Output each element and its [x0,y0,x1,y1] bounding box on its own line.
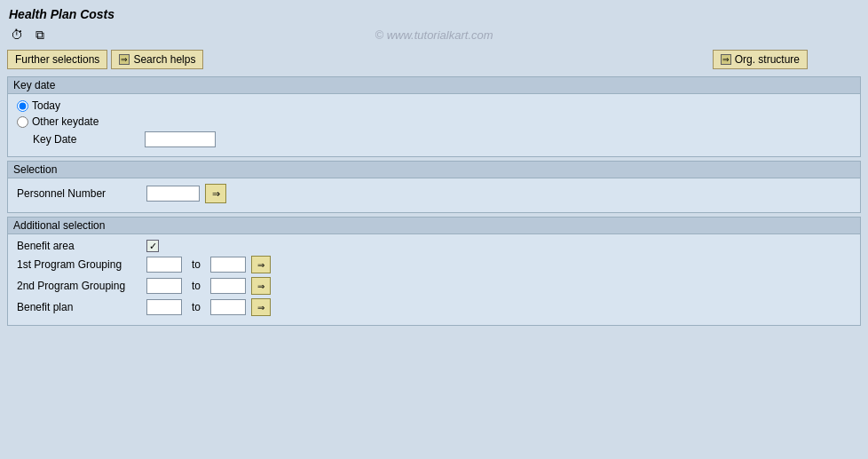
benefit-plan-label: Benefit plan [17,301,141,313]
personnel-number-label: Personnel Number [17,187,141,200]
other-keydate-row: Other keydate [17,115,851,128]
personnel-number-row: Personnel Number ⇒ [17,184,851,203]
benefit-plan-from-input[interactable] [146,299,182,315]
key-date-label: Key Date [33,133,139,146]
org-structure-label: Org. structure [735,53,800,66]
first-program-grouping-from-input[interactable] [146,257,182,273]
key-date-section: Key date Today Other keydate Key Date [7,76,861,157]
second-program-grouping-label: 2nd Program Grouping [17,280,141,292]
today-radio[interactable] [17,100,28,112]
personnel-number-input[interactable] [146,186,200,202]
page-title: Health Plan Costs [9,7,114,21]
benefit-plan-row: Benefit plan to ⇒ [17,298,851,316]
key-date-header: Key date [8,77,860,94]
additional-selection-section: Additional selection Benefit area ✓ 1st … [7,217,861,326]
benefit-plan-to-label: to [187,301,205,313]
second-program-grouping-select-button[interactable]: ⇒ [251,277,271,295]
selection-section: Selection Personnel Number ⇒ [7,161,861,213]
benefit-plan-select-button[interactable]: ⇒ [251,298,271,316]
first-program-grouping-to-input[interactable] [210,257,246,273]
second-program-grouping-select-icon: ⇒ [257,281,264,291]
second-program-grouping-from-input[interactable] [146,278,182,294]
key-date-body: Today Other keydate Key Date [8,94,860,156]
further-selections-button[interactable]: Further selections [7,50,107,69]
org-structure-arrow-icon: ⇒ [721,54,731,65]
title-bar: Health Plan Costs [4,4,864,23]
selection-header: Selection [8,162,860,178]
search-helps-button[interactable]: ⇒ Search helps [111,50,203,69]
org-structure-button[interactable]: ⇒ Org. structure [713,50,808,69]
first-program-grouping-select-button[interactable]: ⇒ [251,256,271,273]
copy-icon[interactable]: ⧉ [30,25,50,44]
benefit-plan-to-input[interactable] [210,299,246,315]
additional-selection-body: Benefit area ✓ 1st Program Grouping to ⇒… [8,234,860,325]
today-label: Today [32,99,60,112]
selection-body: Personnel Number ⇒ [8,178,860,212]
search-helps-arrow-icon: ⇒ [119,54,130,65]
main-window: Health Plan Costs ⏱ ⧉ © www.tutorialkart… [0,0,868,459]
personnel-number-select-button[interactable]: ⇒ [205,184,226,203]
second-program-grouping-row: 2nd Program Grouping to ⇒ [17,277,851,295]
benefit-area-checkbox[interactable]: ✓ [146,240,159,252]
other-keydate-label: Other keydate [32,115,99,128]
personnel-number-select-icon: ⇒ [212,188,220,200]
first-program-grouping-select-icon: ⇒ [257,260,264,270]
first-program-grouping-to-label: to [187,258,205,271]
key-date-row: Key Date [33,131,851,147]
further-selections-label: Further selections [15,53,99,66]
button-bar: Further selections ⇒ Search helps ⇒ Org.… [4,46,864,73]
second-program-grouping-to-input[interactable] [210,278,246,294]
benefit-plan-select-icon: ⇒ [257,303,264,313]
watermark: © www.tutorialkart.com [375,28,493,42]
benefit-area-label: Benefit area [17,240,141,252]
toolbar: ⏱ ⧉ © www.tutorialkart.com [4,23,864,46]
second-program-grouping-to-label: to [187,280,205,292]
other-keydate-radio[interactable] [17,116,28,128]
key-date-input[interactable] [145,131,216,147]
benefit-area-row: Benefit area ✓ [17,240,851,252]
clock-icon[interactable]: ⏱ [7,25,27,44]
search-helps-label: Search helps [133,53,195,66]
first-program-grouping-row: 1st Program Grouping to ⇒ [17,256,851,273]
first-program-grouping-label: 1st Program Grouping [17,258,141,271]
today-row: Today [17,99,851,112]
additional-selection-header: Additional selection [8,218,860,234]
